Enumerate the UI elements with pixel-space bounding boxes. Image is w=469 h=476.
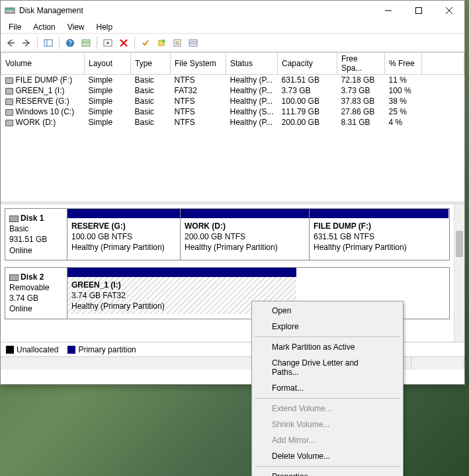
drive-icon [5,120,13,126]
forward-icon[interactable] [19,36,34,50]
menu-file[interactable]: File [3,21,26,33]
col-capacity[interactable]: Capacity [278,53,337,75]
vertical-scrollbar[interactable] [454,204,464,342]
refresh-icon[interactable] [79,36,93,50]
cell-type: Basic [131,85,171,96]
maximize-button[interactable] [404,1,434,20]
col-layout[interactable]: Layout [85,53,131,75]
col-freespace[interactable]: Free Spa... [337,53,385,75]
cell-status: Healthy (S... [226,106,278,117]
menu-help[interactable]: Help [91,21,118,33]
context-menu-item[interactable]: Open [253,303,402,319]
cell-fs: NTFS [171,117,226,128]
context-menu-item[interactable]: Mark Partition as Active [253,339,402,355]
svg-point-19 [162,39,165,42]
svg-rect-1 [5,8,15,10]
partition[interactable]: FILE DUMP (F:)631.51 GB NTFSHealthy (Pri… [309,209,448,260]
help-icon[interactable]: ? [63,36,77,50]
volume-row[interactable]: Windows 10 (C:)SimpleBasicNTFSHealthy (S… [1,106,464,117]
back-icon[interactable] [3,36,18,50]
partition-body: FILE DUMP (F:)631.51 GB NTFSHealthy (Pri… [310,218,448,256]
check-icon[interactable] [138,36,153,50]
disk-label[interactable]: Disk 2Removable3.74 GBOnline [5,268,67,319]
toolbar-separator [37,37,38,49]
window-title: Disk Management [19,6,373,15]
drive-icon [5,99,13,105]
col-extra[interactable] [422,53,464,75]
col-status[interactable]: Status [226,53,278,75]
menu-action[interactable]: Action [28,21,60,33]
toolbar-separator [59,37,60,49]
disk-label[interactable]: Disk 1Basic931.51 GBOnline [5,209,67,260]
cell-type: Basic [131,75,171,86]
context-menu-item[interactable]: Delete Volume... [253,448,402,464]
cell-pct: 11 % [385,75,422,86]
show-hide-tree-icon[interactable] [41,36,56,50]
cell-name: FILE DUMP (F:) [1,75,85,86]
context-menu-item[interactable]: Properties [253,469,402,476]
cell-capacity: 631.51 GB [278,75,337,86]
titlebar[interactable]: Disk Management [1,1,464,20]
cell-fs: FAT32 [171,85,226,96]
window-controls [373,1,464,20]
partition-body: WORK (D:)200.00 GB NTFSHealthy (Primary … [181,218,309,256]
col-pctfree[interactable]: % Free [385,53,422,75]
cell-layout: Simple [85,85,131,96]
volume-row[interactable]: GREEN_1 (I:)SimpleBasicFAT32Healthy (P..… [1,85,464,96]
delete-icon[interactable] [116,36,131,50]
partition[interactable]: WORK (D:)200.00 GB NTFSHealthy (Primary … [180,209,309,260]
cell-free: 8.31 GB [337,117,385,128]
status-cell [411,357,464,370]
context-menu: OpenExploreMark Partition as ActiveChang… [251,301,404,476]
context-menu-separator [255,466,400,467]
partition-header [181,209,309,218]
cell-status: Healthy (P... [226,85,278,96]
cell-fs: NTFS [171,75,226,86]
settings-icon[interactable] [101,36,115,50]
list-icon[interactable] [186,36,200,50]
cell-capacity: 111.79 GB [278,106,337,117]
volume-list[interactable]: Volume Layout Type File System Status Ca… [1,52,464,202]
close-button[interactable] [434,1,464,20]
cell-layout: Simple [85,106,131,117]
col-type[interactable]: Type [131,53,171,75]
cell-name: RESERVE (G:) [1,96,85,106]
volume-row[interactable]: WORK (D:)SimpleBasicNTFSHealthy (P...200… [1,117,464,128]
disk-icon [9,216,19,222]
cell-capacity: 200.00 GB [278,117,337,128]
drive-icon [5,88,13,95]
partition-header [310,209,448,218]
disk-icon [9,274,19,281]
cell-pct: 4 % [385,117,422,128]
minimize-button[interactable] [373,1,404,20]
menu-view[interactable]: View [62,21,90,33]
properties-icon[interactable] [170,36,185,50]
cell-free: 3.73 GB [337,85,385,96]
new-icon[interactable] [154,36,169,50]
context-menu-separator [255,337,400,337]
context-menu-item[interactable]: Change Drive Letter and Paths... [253,355,402,380]
menubar: File Action View Help [1,20,464,34]
svg-rect-12 [82,40,90,46]
scrollbar-thumb[interactable] [456,231,463,257]
legend-unallocated: Unallocated [17,345,58,354]
svg-rect-3 [416,8,422,14]
volume-row[interactable]: RESERVE (G:)SimpleBasicNTFSHealthy (P...… [1,96,464,106]
cell-layout: Simple [85,75,131,86]
cell-name: GREEN_1 (I:) [1,85,85,96]
cell-status: Healthy (P... [226,96,278,106]
app-icon [5,5,15,16]
cell-layout: Simple [85,117,131,128]
cell-capacity: 3.73 GB [278,85,337,96]
partition-header [67,209,180,218]
partition[interactable]: RESERVE (G:)100.00 GB NTFSHealthy (Prima… [67,209,180,260]
cell-pct: 100 % [385,85,422,96]
col-filesystem[interactable]: File System [171,53,226,75]
col-volume[interactable]: Volume [1,53,85,75]
disk-row: Disk 1Basic931.51 GBOnlineRESERVE (G:)10… [5,208,450,260]
volume-row[interactable]: FILE DUMP (F:)SimpleBasicNTFSHealthy (P.… [1,75,464,86]
context-menu-item[interactable]: Format... [253,380,402,396]
context-menu-item[interactable]: Explore [253,319,402,335]
cell-name: Windows 10 (C:) [1,106,85,117]
cell-status: Healthy (P... [226,117,278,128]
